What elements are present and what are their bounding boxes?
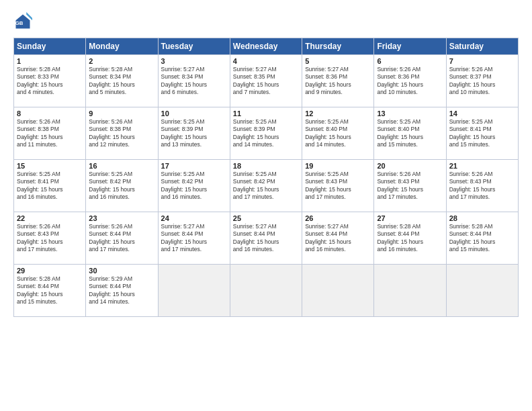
calendar-cell: 16Sunrise: 5:25 AMSunset: 8:42 PMDayligh… — [86, 160, 158, 212]
day-number: 1 — [17, 57, 83, 65]
col-header-thursday: Thursday — [302, 38, 374, 55]
cell-content: Sunrise: 5:28 AMSunset: 8:33 PMDaylight:… — [17, 66, 83, 97]
calendar-cell: 26Sunrise: 5:27 AMSunset: 8:44 PMDayligh… — [302, 212, 374, 265]
day-number: 27 — [377, 214, 443, 222]
cell-content: Sunrise: 5:27 AMSunset: 8:35 PMDaylight:… — [233, 66, 299, 97]
calendar-cell: 5Sunrise: 5:27 AMSunset: 8:36 PMDaylight… — [302, 55, 374, 107]
col-header-friday: Friday — [374, 38, 446, 55]
cell-content: Sunrise: 5:25 AMSunset: 8:39 PMDaylight:… — [233, 118, 299, 149]
calendar-cell: 30Sunrise: 5:29 AMSunset: 8:44 PMDayligh… — [86, 265, 158, 317]
calendar-cell: 10Sunrise: 5:25 AMSunset: 8:39 PMDayligh… — [158, 107, 230, 160]
cell-content: Sunrise: 5:28 AMSunset: 8:34 PMDaylight:… — [89, 66, 154, 97]
day-number: 24 — [161, 214, 227, 222]
cell-content: Sunrise: 5:26 AMSunset: 8:38 PMDaylight:… — [89, 118, 154, 149]
day-number: 29 — [17, 267, 83, 275]
logo-icon: GB — [13, 12, 32, 31]
calendar-cell: 27Sunrise: 5:28 AMSunset: 8:44 PMDayligh… — [374, 212, 446, 265]
cell-content: Sunrise: 5:27 AMSunset: 8:44 PMDaylight:… — [305, 223, 371, 254]
cell-content: Sunrise: 5:28 AMSunset: 8:44 PMDaylight:… — [377, 223, 443, 254]
cell-content: Sunrise: 5:26 AMSunset: 8:43 PMDaylight:… — [449, 171, 515, 201]
day-number: 6 — [377, 57, 443, 65]
day-number: 22 — [17, 214, 83, 222]
calendar-cell: 22Sunrise: 5:26 AMSunset: 8:43 PMDayligh… — [14, 212, 86, 265]
cell-content: Sunrise: 5:25 AMSunset: 8:39 PMDaylight:… — [161, 118, 227, 149]
calendar-cell — [230, 265, 302, 317]
calendar-cell: 8Sunrise: 5:26 AMSunset: 8:38 PMDaylight… — [14, 107, 86, 160]
day-number: 2 — [89, 57, 154, 65]
calendar-cell: 15Sunrise: 5:25 AMSunset: 8:41 PMDayligh… — [14, 160, 86, 212]
day-number: 3 — [161, 57, 227, 65]
day-number: 15 — [17, 162, 83, 170]
cell-content: Sunrise: 5:27 AMSunset: 8:34 PMDaylight:… — [161, 66, 227, 97]
cell-content: Sunrise: 5:25 AMSunset: 8:40 PMDaylight:… — [305, 118, 371, 149]
day-number: 21 — [449, 162, 515, 170]
cell-content: Sunrise: 5:25 AMSunset: 8:42 PMDaylight:… — [161, 171, 227, 201]
day-number: 11 — [233, 109, 299, 118]
calendar-cell: 19Sunrise: 5:25 AMSunset: 8:43 PMDayligh… — [302, 160, 374, 212]
day-number: 9 — [89, 109, 154, 118]
svg-text:GB: GB — [15, 20, 24, 26]
calendar-cell: 17Sunrise: 5:25 AMSunset: 8:42 PMDayligh… — [158, 160, 230, 212]
day-number: 19 — [305, 162, 371, 170]
cell-content: Sunrise: 5:25 AMSunset: 8:42 PMDaylight:… — [233, 171, 299, 201]
day-number: 8 — [17, 109, 83, 118]
day-number: 5 — [305, 57, 371, 65]
cell-content: Sunrise: 5:26 AMSunset: 8:36 PMDaylight:… — [377, 66, 443, 97]
cell-content: Sunrise: 5:25 AMSunset: 8:41 PMDaylight:… — [17, 171, 83, 201]
logo: GB — [13, 12, 35, 31]
calendar-cell: 2Sunrise: 5:28 AMSunset: 8:34 PMDaylight… — [86, 55, 158, 107]
calendar-cell: 1Sunrise: 5:28 AMSunset: 8:33 PMDaylight… — [14, 55, 86, 107]
calendar-cell: 18Sunrise: 5:25 AMSunset: 8:42 PMDayligh… — [230, 160, 302, 212]
col-header-tuesday: Tuesday — [158, 38, 230, 55]
calendar-cell: 21Sunrise: 5:26 AMSunset: 8:43 PMDayligh… — [446, 160, 518, 212]
day-number: 25 — [233, 214, 299, 222]
calendar-cell: 24Sunrise: 5:27 AMSunset: 8:44 PMDayligh… — [158, 212, 230, 265]
cell-content: Sunrise: 5:28 AMSunset: 8:44 PMDaylight:… — [17, 275, 83, 306]
header: GB — [13, 12, 519, 31]
col-header-saturday: Saturday — [446, 38, 518, 55]
calendar-cell — [158, 265, 230, 317]
col-header-wednesday: Wednesday — [230, 38, 302, 55]
cell-content: Sunrise: 5:26 AMSunset: 8:37 PMDaylight:… — [449, 66, 515, 97]
calendar-cell: 20Sunrise: 5:26 AMSunset: 8:43 PMDayligh… — [374, 160, 446, 212]
calendar-cell: 7Sunrise: 5:26 AMSunset: 8:37 PMDaylight… — [446, 55, 518, 107]
day-number: 26 — [305, 214, 371, 222]
calendar-cell: 4Sunrise: 5:27 AMSunset: 8:35 PMDaylight… — [230, 55, 302, 107]
calendar-cell — [302, 265, 374, 317]
cell-content: Sunrise: 5:25 AMSunset: 8:43 PMDaylight:… — [305, 171, 371, 201]
day-number: 14 — [449, 109, 515, 118]
calendar-cell: 25Sunrise: 5:27 AMSunset: 8:44 PMDayligh… — [230, 212, 302, 265]
calendar-cell: 6Sunrise: 5:26 AMSunset: 8:36 PMDaylight… — [374, 55, 446, 107]
cell-content: Sunrise: 5:26 AMSunset: 8:43 PMDaylight:… — [17, 223, 83, 254]
calendar-cell: 29Sunrise: 5:28 AMSunset: 8:44 PMDayligh… — [14, 265, 86, 317]
cell-content: Sunrise: 5:26 AMSunset: 8:38 PMDaylight:… — [17, 118, 83, 149]
cell-content: Sunrise: 5:27 AMSunset: 8:44 PMDaylight:… — [233, 223, 299, 254]
cell-content: Sunrise: 5:27 AMSunset: 8:36 PMDaylight:… — [305, 66, 371, 97]
col-header-sunday: Sunday — [14, 38, 86, 55]
calendar-cell — [374, 265, 446, 317]
calendar-cell: 11Sunrise: 5:25 AMSunset: 8:39 PMDayligh… — [230, 107, 302, 160]
day-number: 28 — [449, 214, 515, 222]
day-number: 30 — [89, 267, 154, 275]
day-number: 23 — [89, 214, 154, 222]
cell-content: Sunrise: 5:28 AMSunset: 8:44 PMDaylight:… — [449, 223, 515, 254]
day-number: 7 — [449, 57, 515, 65]
cell-content: Sunrise: 5:27 AMSunset: 8:44 PMDaylight:… — [161, 223, 227, 254]
cell-content: Sunrise: 5:25 AMSunset: 8:41 PMDaylight:… — [449, 118, 515, 149]
cell-content: Sunrise: 5:25 AMSunset: 8:40 PMDaylight:… — [377, 118, 443, 149]
cell-content: Sunrise: 5:29 AMSunset: 8:44 PMDaylight:… — [89, 275, 154, 306]
calendar-table: SundayMondayTuesdayWednesdayThursdayFrid… — [13, 38, 519, 317]
day-number: 20 — [377, 162, 443, 170]
day-number: 12 — [305, 109, 371, 118]
page: GB SundayMondayTuesdayWednesdayThursdayF… — [0, 0, 532, 411]
calendar-cell: 23Sunrise: 5:26 AMSunset: 8:44 PMDayligh… — [86, 212, 158, 265]
cell-content: Sunrise: 5:25 AMSunset: 8:42 PMDaylight:… — [89, 171, 154, 201]
calendar-cell: 14Sunrise: 5:25 AMSunset: 8:41 PMDayligh… — [446, 107, 518, 160]
cell-content: Sunrise: 5:26 AMSunset: 8:43 PMDaylight:… — [377, 171, 443, 201]
calendar-cell: 28Sunrise: 5:28 AMSunset: 8:44 PMDayligh… — [446, 212, 518, 265]
calendar-cell — [446, 265, 518, 317]
calendar-cell: 9Sunrise: 5:26 AMSunset: 8:38 PMDaylight… — [86, 107, 158, 160]
calendar-cell: 3Sunrise: 5:27 AMSunset: 8:34 PMDaylight… — [158, 55, 230, 107]
calendar-cell: 12Sunrise: 5:25 AMSunset: 8:40 PMDayligh… — [302, 107, 374, 160]
day-number: 4 — [233, 57, 299, 65]
